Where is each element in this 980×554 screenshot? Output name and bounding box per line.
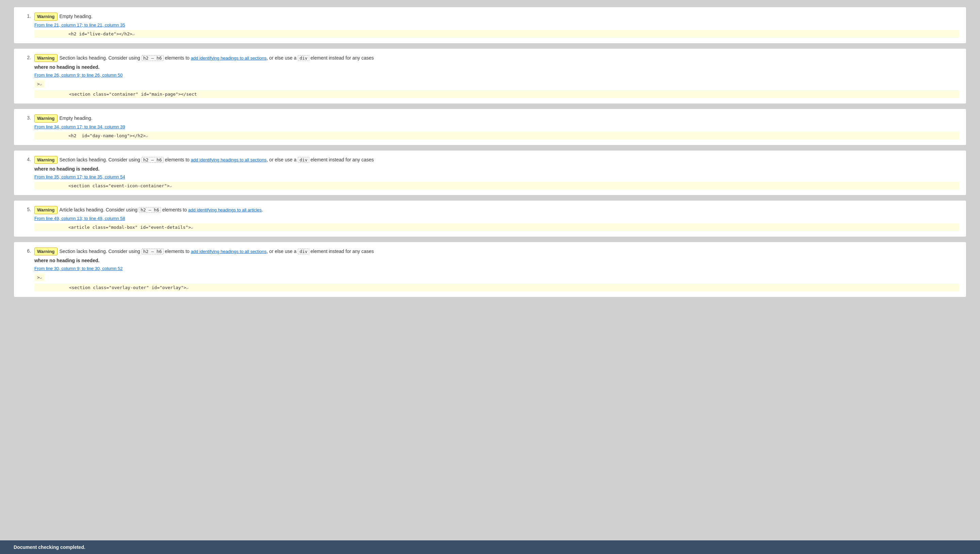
card-header-4: Warning Section lacks heading. Consider … (34, 156, 959, 164)
message-text-2: Section lacks heading. Consider using h2… (60, 54, 374, 62)
item-number-4: 4. (21, 156, 31, 162)
card-body-3: Warning Empty heading. From line 34, col… (34, 114, 959, 140)
warning-badge-6: Warning (34, 247, 57, 256)
warning-badge-3: Warning (34, 114, 57, 123)
location-link-4[interactable]: From line 35, column 17; to line 35, col… (34, 174, 959, 179)
second-line-2: where no heading is needed. (34, 64, 959, 71)
item-number-2: 2. (21, 54, 31, 60)
warning-badge-5: Warning (34, 206, 57, 214)
main-content: 1. Warning Empty heading. From line 21, … (0, 0, 980, 540)
code-block-1: <h2 id="live-date"></h2>↵ (34, 30, 959, 38)
warning-badge-4: Warning (34, 156, 57, 164)
location-link-5[interactable]: From line 49, column 13; to line 49, col… (34, 216, 959, 221)
location-link-1[interactable]: From line 21, column 17; to line 21, col… (34, 22, 959, 27)
warning-card-1: 1. Warning Empty heading. From line 21, … (14, 7, 966, 43)
location-link-2[interactable]: From line 26, column 9; to line 26, colu… (34, 72, 959, 78)
card-header-6: Warning Section lacks heading. Consider … (34, 247, 959, 256)
card-body-4: Warning Section lacks heading. Consider … (34, 156, 959, 190)
message-text-4: Section lacks heading. Consider using h2… (60, 156, 374, 163)
item-number-1: 1. (21, 13, 31, 19)
section-link-6[interactable]: add identifying headings to all sections (191, 249, 267, 254)
warning-card-6: 6. Warning Section lacks heading. Consid… (14, 242, 966, 298)
second-line-4: where no heading is needed. (34, 166, 959, 172)
warning-card-3: 3. Warning Empty heading. From line 34, … (14, 109, 966, 145)
section-link-2[interactable]: add identifying headings to all sections (191, 56, 267, 61)
card-header-5: Warning Article lacks heading. Consider … (34, 206, 959, 214)
message-text-1: Empty heading. (60, 13, 92, 20)
card-body-6: Warning Section lacks heading. Consider … (34, 247, 959, 292)
item-number-3: 3. (21, 114, 31, 121)
card-body-5: Warning Article lacks heading. Consider … (34, 206, 959, 231)
card-body-1: Warning Empty heading. From line 21, col… (34, 13, 959, 38)
message-text-6: Section lacks heading. Consider using h2… (60, 248, 374, 255)
warning-card-4: 4. Warning Section lacks heading. Consid… (14, 150, 966, 196)
article-link-5[interactable]: add identifying headings to all articles (188, 208, 262, 212)
card-header-1: Warning Empty heading. (34, 13, 959, 21)
section-link-4[interactable]: add identifying headings to all sections (191, 157, 267, 163)
card-body-2: Warning Section lacks heading. Consider … (34, 54, 959, 98)
second-line-6: where no heading is needed. (34, 257, 959, 264)
code-block-5: <article class="modal-box" id="event-det… (34, 224, 959, 231)
card-header-2: Warning Section lacks heading. Consider … (34, 54, 959, 62)
warning-badge-2: Warning (34, 54, 57, 62)
footer-bar: Document checking completed. (0, 540, 980, 554)
code-block-3: <h2 id="day-name-long"></h2>↵ (34, 132, 959, 140)
location-link-6[interactable]: From line 30, column 9; to line 30, colu… (34, 266, 959, 271)
item-number-6: 6. (21, 247, 31, 254)
message-text-3: Empty heading. (60, 115, 92, 122)
code-block-4: <section class="event-icon-container">↵ (34, 182, 959, 190)
warning-badge-1: Warning (34, 13, 57, 21)
footer-text: Document checking completed. (14, 544, 86, 550)
message-text-5: Article lacks heading. Consider using h2… (60, 206, 263, 214)
code-block-2b: <section class="container" id="main-page… (34, 90, 959, 98)
warning-card-2: 2. Warning Section lacks heading. Consid… (14, 48, 966, 104)
code-block-6b: <section class="overlay-outer" id="overl… (34, 284, 959, 292)
card-header-3: Warning Empty heading. (34, 114, 959, 123)
item-number-5: 5. (21, 206, 31, 212)
code-block-2a: >↵ (34, 80, 45, 88)
location-link-3[interactable]: From line 34, column 17; to line 34, col… (34, 124, 959, 129)
code-block-6a: >↵ (34, 273, 45, 281)
warning-card-5: 5. Warning Article lacks heading. Consid… (14, 200, 966, 237)
